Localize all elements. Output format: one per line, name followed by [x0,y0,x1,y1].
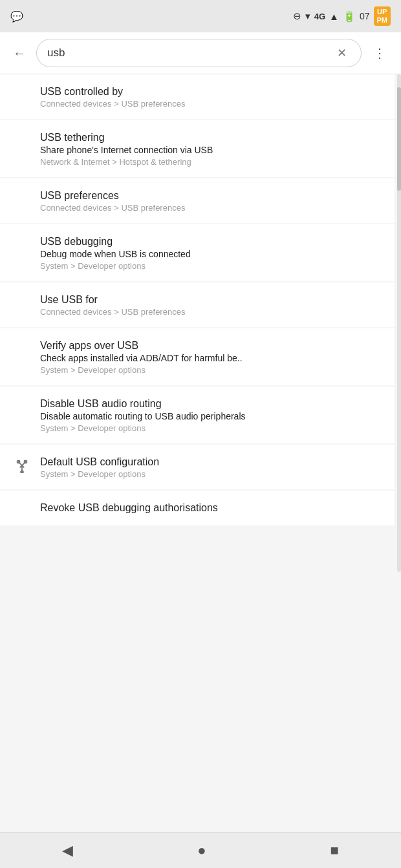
result-item-disable-usb-audio-routing[interactable]: Disable USB audio routing Disable automa… [0,386,395,443]
result-item-default-usb-configuration[interactable]: Default USB configuration System > Devel… [0,445,395,489]
result-list: USB controlled by Connected devices > US… [0,74,401,572]
result-title: USB controlled by [40,86,382,98]
result-title: Verify apps over USB [40,340,382,352]
result-title: USB debugging [40,236,382,248]
result-item-use-usb-for[interactable]: Use USB for Connected devices > USB pref… [0,282,395,327]
battery-icon: 🔋 [343,10,356,23]
result-subtitle: Check apps installed via ADB/ADT for har… [40,353,382,363]
result-item-usb-preferences[interactable]: USB preferences Connected devices > USB … [0,178,395,223]
status-left: 💬 [10,10,23,23]
status-right: ⊖ ▾ 4G ▲ 🔋 07 UP PM [293,6,391,26]
result-title: Revoke USB debugging authorisations [40,502,382,514]
result-breadcrumb: Connected devices > USB preferences [40,99,382,109]
whatsapp-icon: 💬 [10,10,23,23]
result-title: Disable USB audio routing [40,398,382,410]
status-bar: 💬 ⊖ ▾ 4G ▲ 🔋 07 UP PM [0,0,401,32]
nav-back-icon: ◀ [62,842,73,859]
result-item-text: Revoke USB debugging authorisations [40,502,382,515]
result-item-text: USB preferences Connected devices > USB … [40,190,382,213]
result-subtitle: Disable automatic routing to USB audio p… [40,411,382,421]
result-subtitle: Share phone's Internet connection via US… [40,145,382,155]
result-title: USB preferences [40,190,382,202]
result-item-revoke-usb-debugging[interactable]: Revoke USB debugging authorisations [0,491,395,525]
search-bar: ← ✕ ⋮ [0,32,401,74]
result-breadcrumb: Connected devices > USB preferences [40,307,382,317]
result-item-usb-tethering[interactable]: USB tethering Share phone's Internet con… [0,120,395,177]
result-title: Use USB for [40,294,382,306]
result-title: USB tethering [40,132,382,143]
pm-label: PM [377,16,388,25]
time-label: 07 [360,11,370,21]
result-breadcrumb: System > Developer options [40,365,382,375]
result-item-text: Disable USB audio routing Disable automa… [40,398,382,433]
scrollbar-thumb[interactable] [397,87,401,191]
signal-icon: ▲ [329,11,339,22]
result-item-verify-apps-over-usb[interactable]: Verify apps over USB Check apps installe… [0,328,395,385]
up-pm-badge: UP PM [374,6,391,26]
scrollbar-track[interactable] [397,74,401,572]
result-item-text: USB controlled by Connected devices > US… [40,86,382,109]
search-input[interactable] [47,47,333,59]
back-button[interactable]: ← [10,43,28,63]
do-not-disturb-icon: ⊖ [293,10,301,22]
nav-bar: ◀ ● ■ [0,832,401,868]
result-subtitle: Debug mode when USB is connected [40,249,382,259]
result-breadcrumb: Connected devices > USB preferences [40,203,382,213]
result-item-text: USB tethering Share phone's Internet con… [40,132,382,167]
result-breadcrumb: System > Developer options [40,469,382,479]
content-area: USB controlled by Connected devices > US… [0,74,401,572]
usb-icon [13,459,31,473]
nav-back-button[interactable]: ◀ [49,837,86,864]
nav-home-button[interactable]: ● [184,837,219,864]
result-item-text: Use USB for Connected devices > USB pref… [40,294,382,317]
result-item-usb-controlled-by[interactable]: USB controlled by Connected devices > US… [0,74,395,119]
network-label: 4G [314,12,325,21]
result-breadcrumb: System > Developer options [40,423,382,433]
result-breadcrumb: Network & Internet > Hotspot & tethering [40,157,382,167]
nav-recent-icon: ■ [331,842,339,859]
result-title: Default USB configuration [40,456,382,468]
wifi-icon: ▾ [305,10,310,22]
more-options-button[interactable]: ⋮ [369,43,391,63]
nav-home-icon: ● [197,842,206,859]
result-item-text: USB debugging Debug mode when USB is con… [40,236,382,271]
result-item-text: Default USB configuration System > Devel… [40,456,382,479]
nav-recent-button[interactable]: ■ [318,837,352,864]
result-item-usb-debugging[interactable]: USB debugging Debug mode when USB is con… [0,224,395,281]
result-breadcrumb: System > Developer options [40,261,382,271]
search-input-wrapper[interactable]: ✕ [36,39,362,67]
search-clear-button[interactable]: ✕ [333,45,351,61]
up-label: UP [377,8,388,16]
result-item-text: Verify apps over USB Check apps installe… [40,340,382,375]
